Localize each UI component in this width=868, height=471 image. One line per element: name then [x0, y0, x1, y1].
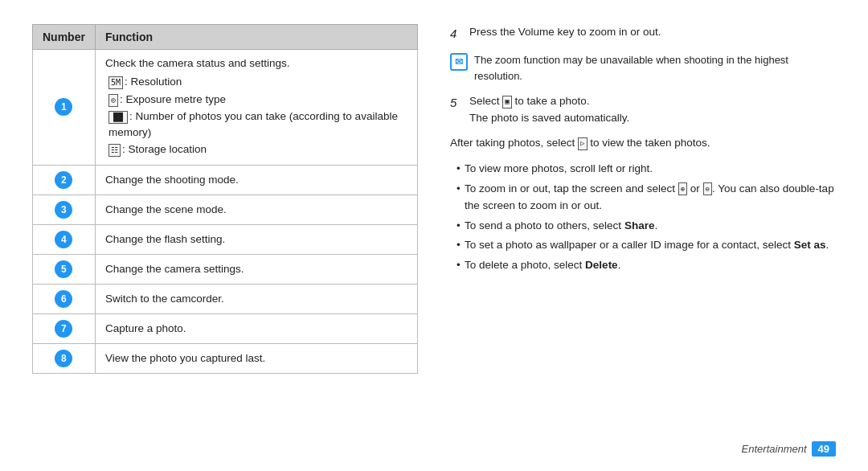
list-item: To set a photo as wallpaper or a caller … — [457, 236, 836, 254]
row4-text: Change the flash setting. — [105, 233, 225, 245]
table-cell-num: 3 — [33, 195, 96, 224]
step-4-text: Press the Volume key to zoom in or out. — [469, 24, 836, 41]
circle-number-4: 4 — [55, 231, 72, 248]
table-row: 7 Capture a photo. — [33, 313, 418, 343]
resolution-label: : Resolution — [125, 76, 182, 88]
circle-number-6: 6 — [55, 290, 72, 308]
storage-icon: ☷ — [108, 144, 121, 157]
cell-bullet-list: 5M: Resolution ⊙: Exposure metre type ▐█… — [105, 74, 407, 158]
step-5-number: 5 — [450, 93, 465, 112]
note-box: ✉ The zoom function may be unavailable w… — [450, 52, 836, 84]
circle-number-1: 1 — [55, 98, 72, 116]
table-cell-num: 7 — [33, 313, 96, 343]
table-row: 8 View the photo you captured last. — [33, 343, 418, 373]
table-row: 2 Change the shooting mode. — [33, 165, 418, 195]
step-5-text: Select ▣ to take a photo. The photo is s… — [469, 93, 836, 127]
share-label: Share — [624, 219, 655, 231]
note-text: The zoom function may be unavailable whe… — [474, 52, 836, 84]
table-row: 6 Switch to the camcorder. — [33, 284, 418, 313]
page-container: Number Function 1 Check the camera statu… — [0, 0, 868, 471]
footer: Entertainment 49 — [742, 441, 836, 457]
left-column: Number Function 1 Check the camera statu… — [32, 24, 418, 447]
table-row: 1 Check the camera status and settings. … — [33, 50, 418, 166]
row8-text: View the photo you captured last. — [105, 352, 265, 364]
list-item: To send a photo to others, select Share. — [457, 217, 836, 235]
setas-label: Set as — [794, 239, 826, 251]
circle-number-3: 3 — [55, 201, 72, 219]
photos-count-icon: ▐█▌ — [108, 111, 128, 124]
table-row: 5 Change the camera settings. — [33, 254, 418, 284]
step-4: 4 Press the Volume key to zoom in or out… — [450, 24, 836, 43]
table-cell-func: Switch to the camcorder. — [95, 284, 417, 313]
zoom-out-icon: ⊖ — [703, 182, 712, 195]
circle-number-7: 7 — [55, 320, 72, 338]
col-function-header: Function — [95, 25, 417, 50]
table-cell-num: 6 — [33, 284, 96, 313]
table-cell-num: 5 — [33, 254, 96, 284]
list-item: To view more photos, scroll left or righ… — [457, 160, 836, 178]
step-5: 5 Select ▣ to take a photo. The photo is… — [450, 93, 836, 127]
table-cell-func: Change the flash setting. — [95, 224, 417, 254]
table-cell-func: Capture a photo. — [95, 313, 417, 343]
table-cell-func: Change the shooting mode. — [95, 165, 417, 195]
row2-text: Change the shooting mode. — [105, 174, 239, 186]
delete-label: Delete — [585, 259, 618, 271]
table-cell-func: Change the camera settings. — [95, 254, 417, 284]
exposure-icon: ⊙ — [108, 94, 118, 107]
cell-main-text: Check the camera status and settings. — [105, 57, 290, 69]
view-photos-icon: ▷ — [578, 137, 587, 150]
exposure-label: : Exposure metre type — [120, 93, 226, 105]
list-item: ▐█▌: Number of photos you can take (acco… — [108, 109, 407, 141]
step-5-sub: The photo is saved automatically. — [469, 112, 629, 124]
step-4-number: 4 — [450, 24, 465, 43]
table-cell-num: 4 — [33, 224, 96, 254]
step-5-main: Select ▣ to take a photo. — [469, 95, 590, 107]
resolution-icon: 5M — [108, 76, 123, 89]
table-cell-func: Change the scene mode. — [95, 195, 417, 224]
list-item: To delete a photo, select Delete. — [457, 256, 836, 274]
circle-number-2: 2 — [55, 171, 72, 189]
table-cell-func: Check the camera status and settings. 5M… — [95, 50, 417, 166]
table-cell-num: 8 — [33, 343, 96, 373]
bullets-list: To view more photos, scroll left or righ… — [450, 160, 836, 276]
row6-text: Switch to the camcorder. — [105, 293, 224, 305]
photos-count-label: : Number of photos you can take (accordi… — [108, 110, 398, 138]
table-row: 3 Change the scene mode. — [33, 195, 418, 224]
list-item: 5M: Resolution — [108, 74, 407, 90]
row3-text: Change the scene mode. — [105, 203, 227, 215]
note-icon: ✉ — [450, 53, 468, 71]
after-text: After taking photos, select ▷ to view th… — [450, 135, 836, 152]
circle-number-8: 8 — [55, 350, 72, 367]
cell-content-1: Check the camera status and settings. 5M… — [105, 55, 407, 158]
table-cell-num: 1 — [33, 50, 96, 166]
footer-label: Entertainment — [742, 443, 807, 455]
list-item: ☷: Storage location — [108, 141, 407, 158]
camera-functions-table: Number Function 1 Check the camera statu… — [32, 24, 418, 374]
camera-button-icon: ▣ — [502, 96, 511, 109]
circle-number-5: 5 — [55, 260, 72, 278]
row5-text: Change the camera settings. — [105, 263, 244, 275]
col-number-header: Number — [33, 25, 96, 50]
table-cell-num: 2 — [33, 165, 96, 195]
right-column: 4 Press the Volume key to zoom in or out… — [450, 24, 836, 447]
storage-label: : Storage location — [122, 143, 207, 155]
table-cell-func: View the photo you captured last. — [95, 343, 417, 373]
zoom-in-icon: ⊕ — [678, 182, 687, 195]
list-item: To zoom in or out, tap the screen and se… — [457, 180, 836, 215]
footer-page-number: 49 — [812, 441, 836, 457]
table-row: 4 Change the flash setting. — [33, 224, 418, 254]
row7-text: Capture a photo. — [105, 322, 186, 334]
list-item: ⊙: Exposure metre type — [108, 92, 407, 108]
